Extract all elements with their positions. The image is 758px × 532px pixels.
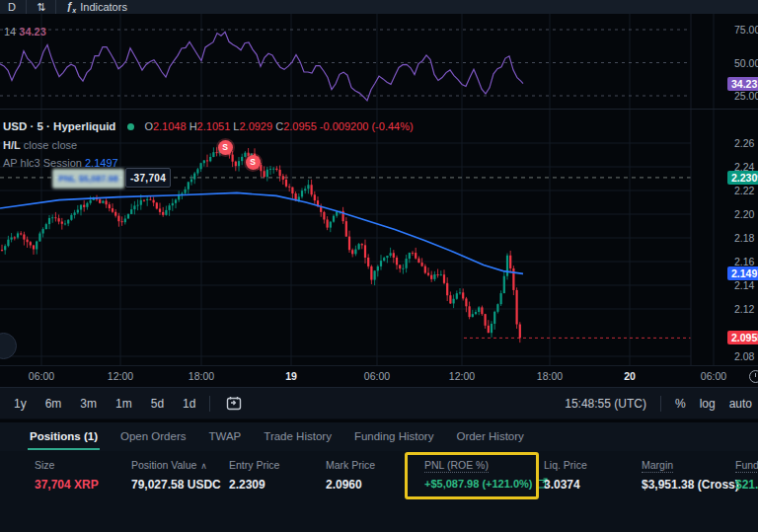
tab-order-history[interactable]: Order History xyxy=(456,423,523,450)
time-axis-label: 06:00 xyxy=(29,370,54,382)
rsi-plot xyxy=(0,14,758,109)
col-header-liq-price: Liq. Price xyxy=(544,459,587,471)
utc-clock[interactable]: 15:48:55 (UTC) xyxy=(565,397,646,411)
rsi-axis-label: 50.00 xyxy=(734,57,758,69)
time-axis[interactable]: 06:0012:0018:001906:0012:0018:002006:00 xyxy=(0,365,758,387)
positions-table: SizePosition Value∧Entry PriceMark Price… xyxy=(0,451,758,532)
price-axis-label: 2.20 xyxy=(734,208,754,220)
price-axis-label: 2.12 xyxy=(734,303,754,315)
symbol-legend[interactable]: USD · 5 · HyperliquidO2.1048 H2.1051 L2.… xyxy=(3,120,414,132)
bottom-tabs: Positions (1)Open OrdersTWAPTrade Histor… xyxy=(0,422,758,451)
tab-twap[interactable]: TWAP xyxy=(209,423,242,450)
range-divider xyxy=(660,396,661,412)
cell-margin: $3,951.38 (Cross) xyxy=(642,478,739,492)
main-chart-pane: USD · 5 · HyperliquidO2.1048 H2.1051 L2.… xyxy=(0,109,758,365)
cell-position-value: 79,027.58 USDC xyxy=(131,478,221,492)
time-axis-label: 18:00 xyxy=(537,370,563,382)
col-header-position-value[interactable]: Position Value∧ xyxy=(131,459,207,471)
cell-mark-price: 2.0960 xyxy=(326,478,362,492)
sell-fill-marker[interactable]: S xyxy=(246,155,261,170)
vwap-value: 2.1497 xyxy=(85,157,118,169)
indicator-legend-2[interactable]: H/L close close xyxy=(3,139,77,151)
last-price-badge: 2.0955 xyxy=(727,331,758,344)
percent-scale-button[interactable]: % xyxy=(675,397,686,411)
rsi-axis-label: 25.00 xyxy=(734,90,758,102)
cell-entry-price: 2.2309 xyxy=(229,478,265,492)
cell-size: 37,704 XRP xyxy=(35,478,99,492)
col-header-pnl-roe[interactable]: PNL (ROE %) xyxy=(424,459,489,471)
range-divider xyxy=(209,396,210,412)
time-axis-label: 20 xyxy=(624,370,636,382)
compare-icon: ⇅ xyxy=(37,1,45,14)
candlestick-plot xyxy=(0,110,758,366)
trading-app: D ⇅ ƒx Indicators 14 34.23 75.0050.0025.… xyxy=(0,0,758,532)
toolbar-divider xyxy=(26,0,27,14)
time-axis-label: 19 xyxy=(285,370,297,382)
toolbar-divider xyxy=(55,0,56,14)
range-button-1y[interactable]: 1y xyxy=(14,397,27,411)
cell-pnl: +$5,087.98 (+121.0%) xyxy=(424,478,548,491)
indicators-button[interactable]: ƒx Indicators xyxy=(66,0,127,14)
range-button-5d[interactable]: 5d xyxy=(151,397,164,411)
position-pnl-chip[interactable]: PNL $5,087.98 xyxy=(52,169,124,189)
tab-funding-history[interactable]: Funding History xyxy=(354,423,434,450)
indicators-label: Indicators xyxy=(80,1,127,13)
col-header-margin[interactable]: Margin xyxy=(642,459,673,471)
time-axis-label: 12:00 xyxy=(108,370,133,382)
price-axis-label: 2.22 xyxy=(734,185,754,196)
auto-scale-button[interactable]: auto xyxy=(729,397,752,411)
time-axis-label: 12:00 xyxy=(449,370,475,382)
ohlc-change: -0.009200 (-0.44%) xyxy=(320,120,414,132)
rsi-value: 34.23 xyxy=(19,26,46,38)
range-toolbar: 1y6m3m1m5d1d 15:48:55 (UTC) % log auto xyxy=(0,387,758,419)
rsi-period: 14 xyxy=(4,26,16,38)
col-header-size: Size xyxy=(35,459,54,471)
cell-funding: $21.38 xyxy=(735,478,758,492)
compare-button[interactable]: ⇅ xyxy=(37,0,45,14)
interval-label: D xyxy=(8,1,16,13)
symbol-title: USD · 5 · Hyperliquid xyxy=(3,120,115,132)
time-axis-label: 18:00 xyxy=(189,370,214,382)
chart-toolbar: D ⇅ ƒx Indicators xyxy=(0,0,758,14)
tab-trade-history[interactable]: Trade History xyxy=(264,423,332,450)
price-axis-label: 2.18 xyxy=(734,232,754,244)
range-button-1m[interactable]: 1m xyxy=(115,397,132,411)
market-status-dot xyxy=(127,123,134,130)
range-button-3m[interactable]: 3m xyxy=(80,397,97,411)
timezone-clock-icon[interactable] xyxy=(749,370,758,383)
go-to-date-icon[interactable] xyxy=(226,396,243,411)
price-axis-label: 2.14 xyxy=(734,279,754,291)
col-header-funding[interactable]: Funding xyxy=(735,459,758,471)
cell-liq-price: 3.0374 xyxy=(544,478,580,492)
rsi-value-badge: 34.23 xyxy=(727,77,758,91)
price-axis-label: 2.26 xyxy=(734,137,754,149)
vwap-legend[interactable]: AP hlc3 Session 2.1497 xyxy=(3,157,118,169)
log-scale-button[interactable]: log xyxy=(700,397,716,411)
position-size-chip[interactable]: -37,704 xyxy=(125,168,171,188)
time-axis-label: 06:00 xyxy=(364,370,390,382)
tab-open-orders[interactable]: Open Orders xyxy=(120,423,186,450)
rsi-pane: 14 34.23 75.0050.0025.0034.23 xyxy=(0,14,758,109)
col-header-entry-price: Entry Price xyxy=(229,459,279,471)
sell-fill-marker[interactable]: S xyxy=(218,140,233,155)
rsi-axis-label: 75.00 xyxy=(734,24,758,36)
price-axis-label: 2.08 xyxy=(734,350,754,362)
range-button-6m[interactable]: 6m xyxy=(45,397,62,411)
tab-positions-1[interactable]: Positions (1) xyxy=(30,423,98,450)
interval-button[interactable]: D xyxy=(8,0,16,14)
rsi-legend[interactable]: 14 34.23 xyxy=(4,26,46,38)
range-button-1d[interactable]: 1d xyxy=(183,397,195,411)
entry-price-badge: 2.2309 xyxy=(727,171,758,185)
col-header-mark-price: Mark Price xyxy=(326,459,375,471)
vwap-badge: 2.1497 xyxy=(727,266,758,280)
time-axis-label: 06:00 xyxy=(701,370,726,382)
fx-icon: ƒx xyxy=(66,0,76,14)
sort-caret-icon: ∧ xyxy=(200,461,207,471)
price-axis-label: 2.16 xyxy=(734,256,754,267)
